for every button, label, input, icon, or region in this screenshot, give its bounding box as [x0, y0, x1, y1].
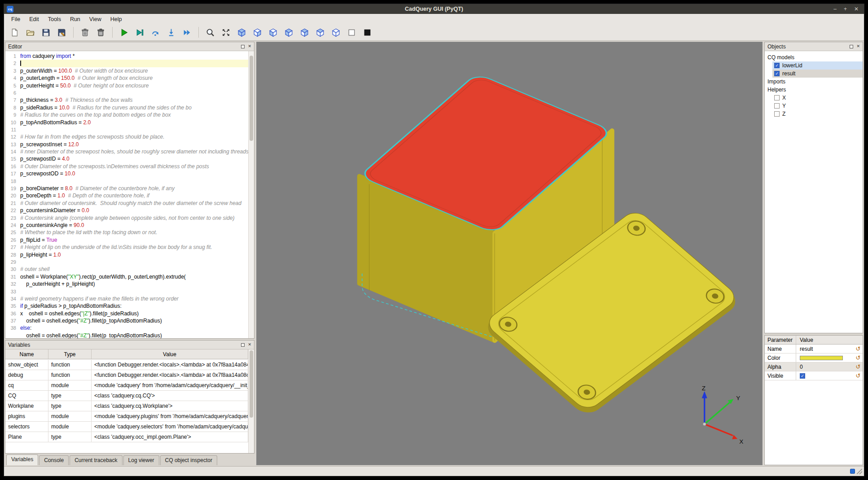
close-panel-icon[interactable]: ✕ — [248, 343, 251, 347]
close-panel-icon[interactable]: ✕ — [856, 44, 860, 48]
view-back-button[interactable] — [265, 26, 281, 39]
tab-variables[interactable]: Variables — [6, 454, 38, 465]
variable-type[interactable]: type — [48, 391, 92, 401]
float-panel-button[interactable] — [850, 45, 853, 48]
editor-scrollbar[interactable] — [248, 51, 254, 338]
code-line[interactable]: 24p_countersinkAngle = 90.0 — [5, 222, 254, 229]
color-swatch[interactable] — [800, 356, 843, 360]
code-line[interactable]: 7p_thickness = 3.0 # Thickness of the bo… — [5, 96, 254, 104]
tab-cq-object-inspector[interactable]: CQ object inspector — [160, 455, 217, 465]
variable-value[interactable]: <function Debugger.render.<locals>.<lamb… — [92, 370, 248, 380]
view-left-button[interactable] — [281, 26, 297, 39]
code-line[interactable]: 35if p_sideRadius > p_topAndBottomRadius… — [5, 302, 254, 310]
param-row-name[interactable]: Nameresult↺ — [765, 345, 863, 353]
close-button[interactable]: ✕ — [854, 6, 859, 12]
item-checkbox[interactable]: ✓ — [774, 71, 780, 76]
code-line[interactable]: 6 — [5, 89, 254, 96]
variable-type[interactable]: function — [48, 360, 92, 370]
code-line[interactable]: 33 — [5, 288, 254, 295]
code-line[interactable]: 23# Countersink angle (complete angle be… — [5, 214, 254, 222]
code-line[interactable]: 2 — [5, 60, 254, 67]
reset-icon[interactable]: ↺ — [854, 373, 863, 379]
variable-type[interactable]: type — [48, 432, 92, 442]
tree-item-lowerlid[interactable]: ✓lowerLid — [772, 61, 863, 70]
new-file-button[interactable] — [7, 26, 22, 39]
resize-grip[interactable] — [857, 469, 862, 474]
variable-name[interactable]: plugins — [5, 411, 48, 422]
code-line[interactable]: 10p_topAndBottomRadius = 2.0 — [5, 119, 254, 126]
zoom-fit-button[interactable] — [202, 26, 218, 39]
maximize-button[interactable]: + — [844, 6, 847, 12]
code-line[interactable]: 18 — [5, 178, 254, 185]
variable-value[interactable]: <class 'cadquery.occ_impl.geom.Plane'> — [92, 432, 248, 442]
tree-item-imports[interactable]: Imports — [765, 78, 863, 86]
item-checkbox[interactable]: ✓ — [774, 95, 780, 100]
code-line[interactable]: 38else: — [5, 324, 254, 332]
variable-name[interactable]: Workplane — [5, 401, 48, 411]
param-visible-cell[interactable]: ✓ — [796, 373, 854, 379]
code-line[interactable]: 16# Outer Diameter of the screwposts.\nD… — [5, 163, 254, 170]
param-value[interactable]: result — [796, 346, 854, 352]
float-panel-button[interactable] — [241, 343, 245, 347]
code-line[interactable]: 15p_screwpostID = 4.0 — [5, 155, 254, 162]
minimize-button[interactable]: – — [833, 6, 837, 12]
code-line[interactable]: 32 p_outerHeight + p_lipHeight) — [5, 280, 254, 288]
scrollbar-thumb[interactable] — [250, 350, 253, 418]
code-line[interactable]: 30# outer shell — [5, 266, 254, 273]
code-line[interactable]: 34# weird geometry happens if we make th… — [5, 295, 254, 302]
code-line[interactable]: oshell = oshell.edges("#Z").fillet(p_top… — [5, 332, 254, 338]
code-line[interactable]: 27# Height of lip on the underside of th… — [5, 244, 254, 251]
param-color-cell[interactable] — [796, 356, 854, 360]
clear-editor-button[interactable] — [77, 26, 93, 39]
tree-item-x[interactable]: ✓X — [772, 94, 863, 102]
debug-button[interactable] — [132, 26, 148, 39]
step-over-button[interactable] — [148, 26, 163, 39]
view-bottom-button[interactable] — [328, 26, 344, 39]
variable-type[interactable]: module — [48, 380, 92, 391]
save-as-button[interactable] — [54, 26, 70, 39]
save-button[interactable] — [38, 26, 54, 39]
variable-name[interactable]: show_object — [5, 360, 48, 370]
param-row-alpha[interactable]: Alpha0↺ — [765, 362, 863, 371]
code-editor[interactable]: 1from cadquery import *23p_outerWidth = … — [5, 51, 254, 338]
menu-help[interactable]: Help — [106, 15, 127, 24]
param-row-color[interactable]: Color↺ — [765, 353, 863, 362]
code-line[interactable]: 29 — [5, 258, 254, 266]
code-line[interactable]: 1from cadquery import * — [5, 52, 254, 60]
code-line[interactable]: 21# Outer diameter of countersink. Shoul… — [5, 200, 254, 207]
code-line[interactable]: 37 oshell = oshell.edges("#Z").fillet(p_… — [5, 317, 254, 324]
code-line[interactable]: 28p_lipHeight = 1.0 — [5, 251, 254, 258]
code-line[interactable]: 4p_outerLength = 150.0 # Outer length of… — [5, 74, 254, 82]
item-checkbox[interactable]: ✓ — [774, 63, 780, 68]
variable-name[interactable]: Plane — [5, 432, 48, 442]
variable-name[interactable]: selectors — [5, 422, 48, 432]
bg-black-button[interactable] — [359, 26, 375, 39]
code-line[interactable]: 17p_screwpostOD = 10.0 — [5, 170, 254, 177]
variables-column-header[interactable]: Name — [5, 349, 48, 359]
continue-button[interactable] — [179, 26, 195, 39]
variable-name[interactable]: cq — [5, 380, 48, 391]
item-checkbox[interactable]: ✓ — [774, 103, 780, 109]
view-front-button[interactable] — [250, 26, 265, 39]
open-file-button[interactable] — [22, 26, 38, 39]
visible-checkbox[interactable]: ✓ — [800, 373, 805, 379]
tree-item-z[interactable]: ✓Z — [772, 110, 863, 118]
variables-scrollbar[interactable] — [248, 349, 254, 453]
menu-tools[interactable]: Tools — [44, 15, 66, 24]
3d-scene[interactable]: Z Y X — [257, 42, 762, 465]
fit-all-button[interactable] — [218, 26, 234, 39]
variable-value[interactable]: <module 'cadquery' from '/home/adam/cadq… — [92, 380, 248, 391]
menu-view[interactable]: View — [85, 15, 106, 24]
scrollbar-thumb[interactable] — [250, 56, 253, 141]
code-line[interactable]: 22p_countersinkDiameter = 0.0 — [5, 207, 254, 214]
variable-type[interactable]: module — [48, 422, 92, 432]
step-into-button[interactable] — [163, 26, 179, 39]
variable-type[interactable]: function — [48, 370, 92, 380]
view-top-button[interactable] — [312, 26, 328, 39]
code-line[interactable]: 11 — [5, 126, 254, 133]
code-line[interactable]: 9# Radius for the curves on the top and … — [5, 111, 254, 118]
reset-icon[interactable]: ↺ — [854, 355, 863, 361]
param-row-visible[interactable]: Visible✓↺ — [765, 371, 863, 380]
code-line[interactable]: 3p_outerWidth = 100.0 # Outer width of b… — [5, 67, 254, 74]
close-panel-icon[interactable]: ✕ — [248, 44, 251, 48]
